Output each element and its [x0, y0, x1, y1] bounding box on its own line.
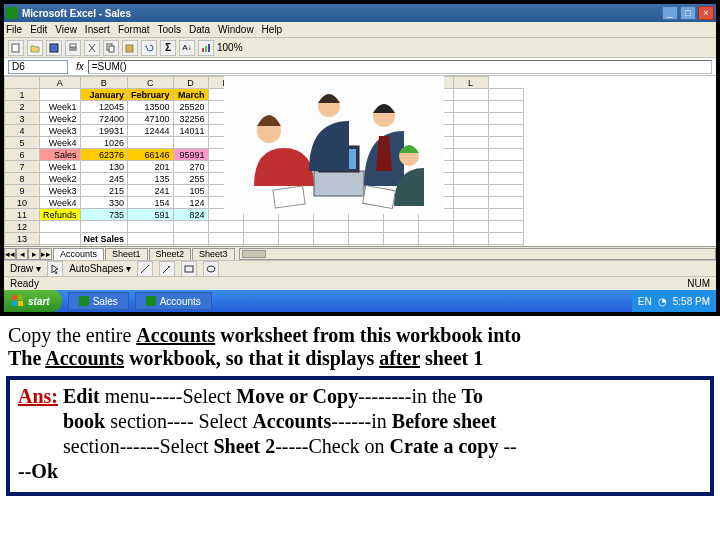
cell[interactable] — [418, 233, 453, 245]
cell[interactable] — [128, 137, 174, 149]
row-header[interactable]: 13 — [5, 233, 40, 245]
cell[interactable] — [313, 221, 348, 233]
row-header[interactable]: 1 — [5, 89, 40, 101]
cell[interactable]: Week4 — [40, 197, 81, 209]
cell[interactable]: 255 — [173, 173, 208, 185]
cell[interactable] — [453, 89, 488, 101]
cell[interactable]: 135 — [128, 173, 174, 185]
cell[interactable] — [488, 173, 523, 185]
row-header[interactable]: 8 — [5, 173, 40, 185]
language-indicator[interactable]: EN — [638, 296, 652, 307]
cell[interactable]: 130 — [80, 161, 128, 173]
cell[interactable]: 32256 — [173, 113, 208, 125]
open-icon[interactable] — [27, 40, 43, 56]
close-button[interactable]: × — [698, 6, 714, 20]
zoom-combo[interactable]: 100% — [217, 42, 243, 53]
tab-navigation[interactable]: ◂◂ ◂ ▸ ▸▸ — [4, 248, 52, 260]
cell[interactable] — [348, 245, 383, 247]
cell[interactable] — [453, 113, 488, 125]
tab-nav-last-icon[interactable]: ▸▸ — [40, 248, 52, 260]
cell[interactable] — [488, 113, 523, 125]
fx-label[interactable]: fx — [76, 61, 84, 72]
cell[interactable]: 105 — [173, 185, 208, 197]
cell[interactable] — [173, 245, 208, 247]
cell[interactable]: 66146 — [128, 149, 174, 161]
line-icon[interactable] — [137, 261, 153, 277]
row-header[interactable]: 3 — [5, 113, 40, 125]
row-header[interactable]: 7 — [5, 161, 40, 173]
cell[interactable]: January — [80, 89, 128, 101]
cell[interactable]: 270 — [173, 161, 208, 173]
sheet-tab-accounts[interactable]: Accounts — [53, 248, 104, 260]
cell[interactable] — [488, 161, 523, 173]
cell[interactable] — [488, 125, 523, 137]
cell[interactable] — [418, 245, 453, 247]
cell[interactable] — [453, 137, 488, 149]
horizontal-scrollbar[interactable] — [239, 248, 716, 260]
cell[interactable] — [173, 233, 208, 245]
row-header[interactable]: 10 — [5, 197, 40, 209]
cell[interactable] — [488, 185, 523, 197]
copy-icon[interactable] — [103, 40, 119, 56]
cell[interactable]: March — [173, 89, 208, 101]
chart-icon[interactable] — [198, 40, 214, 56]
cell[interactable] — [383, 245, 418, 247]
cell[interactable] — [278, 233, 313, 245]
pointer-icon[interactable] — [47, 261, 63, 277]
cell[interactable]: 154 — [128, 197, 174, 209]
cell[interactable] — [128, 245, 174, 247]
menu-help[interactable]: Help — [262, 24, 283, 35]
cell[interactable] — [383, 233, 418, 245]
cell[interactable]: 215 — [80, 185, 128, 197]
cell[interactable] — [488, 149, 523, 161]
row-header[interactable]: 14 — [5, 245, 40, 247]
cell[interactable] — [488, 197, 523, 209]
row-header[interactable]: 12 — [5, 221, 40, 233]
cell[interactable]: 47100 — [128, 113, 174, 125]
cell[interactable] — [40, 221, 81, 233]
row-header[interactable]: 9 — [5, 185, 40, 197]
column-header[interactable]: A — [40, 77, 81, 89]
cell[interactable] — [348, 221, 383, 233]
maximize-button[interactable]: □ — [680, 6, 696, 20]
cell[interactable]: 735 — [80, 209, 128, 221]
name-box[interactable] — [8, 60, 68, 74]
cell[interactable] — [40, 245, 81, 247]
cell[interactable]: 12444 — [128, 125, 174, 137]
cell[interactable] — [453, 197, 488, 209]
cell[interactable]: Week1 — [40, 161, 81, 173]
cell[interactable] — [40, 89, 81, 101]
cell[interactable] — [453, 185, 488, 197]
cell[interactable] — [453, 101, 488, 113]
menu-format[interactable]: Format — [118, 24, 150, 35]
cell[interactable]: Week4 — [40, 137, 81, 149]
cell[interactable] — [313, 245, 348, 247]
save-icon[interactable] — [46, 40, 62, 56]
row-header[interactable]: 5 — [5, 137, 40, 149]
cell[interactable]: Week2 — [40, 113, 81, 125]
cell[interactable] — [243, 245, 278, 247]
menu-data[interactable]: Data — [189, 24, 210, 35]
cell[interactable]: 824 — [173, 209, 208, 221]
cell[interactable] — [453, 125, 488, 137]
start-button[interactable]: start — [4, 290, 62, 312]
cell[interactable]: 19931 — [80, 125, 128, 137]
oval-icon[interactable] — [203, 261, 219, 277]
sheet-tab-sheet3[interactable]: Sheet3 — [192, 248, 235, 260]
cell[interactable] — [488, 245, 523, 247]
cell[interactable] — [453, 233, 488, 245]
undo-icon[interactable] — [141, 40, 157, 56]
cell[interactable]: 245 — [80, 173, 128, 185]
menu-insert[interactable]: Insert — [85, 24, 110, 35]
cell[interactable] — [488, 209, 523, 221]
paste-icon[interactable] — [122, 40, 138, 56]
cell[interactable] — [488, 137, 523, 149]
cell[interactable]: Net Sales — [80, 233, 128, 245]
cell[interactable] — [128, 233, 174, 245]
print-icon[interactable] — [65, 40, 81, 56]
cell[interactable]: 25520 — [173, 101, 208, 113]
cell[interactable] — [313, 233, 348, 245]
cell[interactable] — [80, 245, 128, 247]
cell[interactable] — [453, 209, 488, 221]
arrow-icon[interactable] — [159, 261, 175, 277]
